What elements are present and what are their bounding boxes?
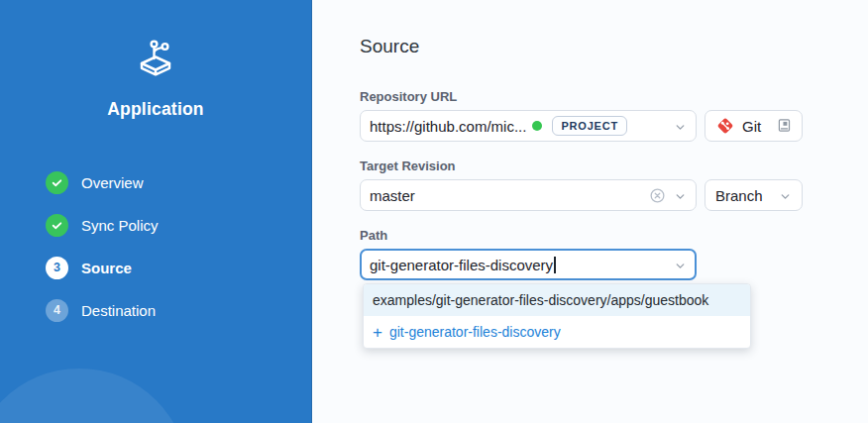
panel-icon[interactable] <box>777 118 792 134</box>
repo-connected-dot <box>532 121 542 131</box>
step-number-badge: 4 <box>46 299 68 322</box>
step-sync-policy[interactable]: Sync Policy <box>46 213 159 237</box>
path-add-option[interactable]: + git-generator-files-discovery <box>364 316 750 348</box>
step-source[interactable]: 3 Source <box>46 256 159 279</box>
step-label: Sync Policy <box>81 217 159 234</box>
target-revision-input[interactable]: master <box>360 179 697 211</box>
decorative-circle <box>0 369 188 423</box>
plus-icon: + <box>373 324 382 341</box>
source-form-panel: Source Repository URL https://github.com… <box>312 0 868 423</box>
step-destination[interactable]: 4 Destination <box>46 298 159 322</box>
revision-type-value: Branch <box>715 187 779 204</box>
target-revision-label: Target Revision <box>360 159 456 173</box>
repository-url-value: https://github.com/mic... <box>370 118 526 135</box>
step-label: Source <box>81 260 132 276</box>
repo-type-value: Git <box>742 118 777 135</box>
path-add-label: git-generator-files-discovery <box>389 324 561 340</box>
repo-type-select[interactable]: Git <box>705 110 803 142</box>
path-suggestions-dropdown: examples/git-generator-files-discovery/a… <box>363 283 751 349</box>
repository-url-input[interactable]: https://github.com/mic... PROJECT <box>360 110 697 142</box>
path-suggestion-option[interactable]: examples/git-generator-files-discovery/a… <box>364 284 750 316</box>
step-overview[interactable]: Overview <box>46 170 159 194</box>
text-caret <box>554 257 556 273</box>
check-icon <box>46 171 68 194</box>
chevron-down-icon[interactable] <box>674 259 687 271</box>
revision-type-select[interactable]: Branch <box>705 179 803 211</box>
clear-icon[interactable] <box>649 187 666 204</box>
wizard-sidebar: Application Overview Sync Policy 3 Sourc… <box>0 0 312 423</box>
wizard-steps: Overview Sync Policy 3 Source 4 Destinat… <box>46 170 159 341</box>
path-label: Path <box>360 228 387 243</box>
application-deploy-icon <box>132 36 179 85</box>
chevron-down-icon[interactable] <box>779 189 792 202</box>
git-icon <box>715 116 735 136</box>
step-label: Overview <box>81 174 144 191</box>
sidebar-title: Application <box>0 99 311 120</box>
project-badge: PROJECT <box>552 116 627 136</box>
application-wizard: Application Overview Sync Policy 3 Sourc… <box>0 0 868 423</box>
target-revision-value: master <box>370 187 415 204</box>
repository-url-label: Repository URL <box>360 89 457 104</box>
page-title: Source <box>360 36 419 57</box>
check-icon <box>46 214 68 237</box>
chevron-down-icon[interactable] <box>674 189 687 202</box>
step-number-badge: 3 <box>46 257 68 279</box>
path-value: git-generator-files-discovery <box>370 257 553 273</box>
chevron-down-icon[interactable] <box>674 120 687 133</box>
step-label: Destination <box>81 302 156 319</box>
path-input[interactable]: git-generator-files-discovery <box>360 249 697 280</box>
